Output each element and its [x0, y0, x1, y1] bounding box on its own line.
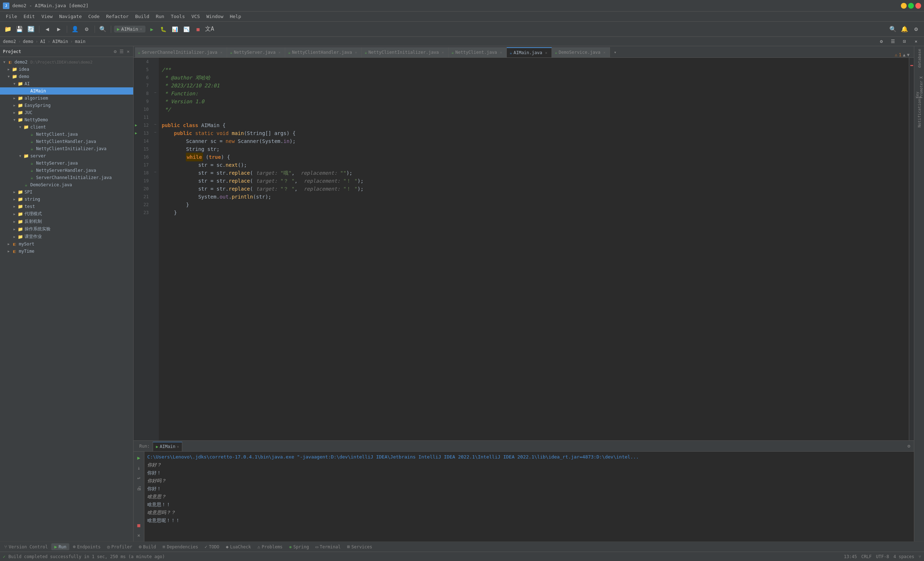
tree-item-reflection[interactable]: ▶ 📁 反射机制 — [0, 218, 133, 225]
breadcrumb-main[interactable]: main — [75, 39, 86, 44]
btm-problems[interactable]: ⚠ Problems — [255, 543, 285, 550]
translate-btn[interactable]: 文A — [205, 24, 215, 34]
debug-button[interactable]: 🐛 — [159, 24, 168, 34]
menu-window[interactable]: Window — [204, 13, 226, 20]
btm-profiler[interactable]: ◎ Profiler — [104, 543, 135, 550]
tree-item-demo[interactable]: ▼ 📁 demo — [0, 73, 133, 80]
tab-close-nettyclient[interactable]: × — [498, 50, 504, 55]
toolbar-settings-btn[interactable]: ⚙ — [82, 24, 92, 34]
tab-close-nettyclienthandler[interactable]: × — [353, 50, 358, 55]
toolbar-sync-btn[interactable]: 🔄 — [26, 24, 36, 34]
tab-serverchannelini[interactable]: ☕ ServerChannelInitializer.java × — [135, 47, 227, 57]
tree-item-client[interactable]: ▼ 📁 client — [0, 123, 133, 130]
menu-vcs[interactable]: VCS — [188, 13, 202, 20]
run-scroll-end-btn[interactable]: ↓ — [134, 463, 144, 472]
breadcrumb-ai[interactable]: AI — [40, 39, 45, 44]
bottom-settings-icon[interactable]: ⚙ — [907, 442, 911, 450]
tree-item-nettyclientinitializer[interactable]: ☕ NettyClientInitializer.java — [0, 145, 133, 152]
run-console[interactable]: C:\Users\Lenovo\.jdks\corretto-17.0.4.1\… — [144, 452, 914, 542]
tab-aimain[interactable]: ☕ AIMain.java × — [507, 47, 552, 57]
btm-spring[interactable]: ❋ Spring — [286, 543, 312, 550]
fold-icon-main[interactable]: − — [152, 129, 158, 135]
menu-help[interactable]: Help — [227, 13, 244, 20]
menu-view[interactable]: View — [39, 13, 56, 20]
tree-item-nettyserver[interactable]: ☕ NettyServer.java — [0, 160, 133, 167]
tree-item-mytime[interactable]: ▶ ◧ myTime — [0, 248, 133, 255]
editor-layout-btn[interactable]: ☰ — [888, 36, 898, 46]
btm-build[interactable]: ⚙ Build — [136, 543, 159, 550]
tree-item-demo2[interactable]: ▼ ◧ demo2 D:\Project\IDEA\demo\demo2 — [0, 58, 133, 66]
btm-terminal[interactable]: ▭ Terminal — [313, 543, 344, 550]
run-stop-btn[interactable]: ■ — [134, 520, 144, 530]
coverage-button[interactable]: 📊 — [170, 24, 180, 34]
fold-icon-javadoc[interactable]: − — [152, 90, 158, 95]
tab-demoservice[interactable]: ☕ DemoService.java × — [552, 47, 610, 57]
tree-item-nettyclient[interactable]: ☕ NettyClient.java — [0, 130, 133, 138]
notifications-btn[interactable]: 🔔 — [900, 24, 910, 34]
run-button[interactable]: ▶ — [147, 24, 157, 34]
menu-tools[interactable]: Tools — [168, 13, 188, 20]
toolbar-user-btn[interactable]: 👤 — [70, 24, 80, 34]
right-panel-database[interactable]: database — [915, 48, 924, 69]
tree-item-algorisem[interactable]: ▶ 📁 algorisem — [0, 94, 133, 102]
tree-item-classwork[interactable]: ▶ 📁 课堂作业 — [0, 233, 133, 240]
tab-nettyclienthandler[interactable]: ☕ NettyClientHandler.java × — [285, 47, 362, 57]
profile-button[interactable]: 📉 — [182, 24, 192, 34]
stop-button[interactable]: ■ — [193, 24, 203, 34]
menu-file[interactable]: File — [3, 13, 20, 20]
run-rerun-btn[interactable]: ▶ — [134, 453, 144, 462]
tab-close-nettyserver[interactable]: × — [277, 50, 282, 55]
tree-item-server[interactable]: ▼ 📁 server — [0, 152, 133, 160]
tree-item-nettyserverhandler[interactable]: ☕ NettyServerHandler.java — [0, 167, 133, 174]
breadcrumb-demo2[interactable]: demo2 — [3, 39, 16, 44]
tree-item-aimain[interactable]: ☕ AIMain — [0, 87, 133, 94]
project-close-icon[interactable]: × — [126, 48, 130, 55]
status-indent[interactable]: 4 spaces — [893, 554, 914, 559]
run-config[interactable]: ▶ AIMain ▾ — [114, 26, 146, 33]
tree-item-ai[interactable]: ▼ 📁 AI — [0, 80, 133, 87]
right-panel-notifications[interactable]: Notifications — [915, 101, 924, 123]
editor-split-btn[interactable]: ⊡ — [900, 36, 910, 46]
code-editor[interactable]: /** * @author 邓哈哈 * 2023/12/10 22:01 * F… — [159, 58, 909, 440]
toolbar-back-btn[interactable]: ◀ — [42, 24, 52, 34]
breadcrumb-demo[interactable]: demo — [23, 39, 33, 44]
tree-item-idea[interactable]: ▶ 📁 idea — [0, 66, 133, 73]
toolbar-save-btn[interactable]: 💾 — [14, 24, 24, 34]
tab-nettyserver[interactable]: ☕ NettyServer.java × — [227, 47, 285, 57]
run-tab-close[interactable]: × — [177, 445, 179, 449]
tree-item-juc[interactable]: ▶ 📁 JUC — [0, 109, 133, 116]
tree-item-mysort[interactable]: ▶ ◧ mySort — [0, 240, 133, 248]
tree-item-string[interactable]: ▶ 📁 string — [0, 196, 133, 203]
tree-item-nettyclienthandler[interactable]: ☕ NettyClientHandler.java — [0, 138, 133, 145]
menu-navigate[interactable]: Navigate — [56, 13, 85, 20]
tab-close-serverchannelini[interactable]: × — [219, 50, 224, 55]
tab-close-aimain[interactable]: × — [544, 50, 549, 55]
btm-services[interactable]: ⊞ Services — [344, 543, 375, 550]
menu-code[interactable]: Code — [86, 13, 102, 20]
toolbar-forward-btn[interactable]: ▶ — [54, 24, 64, 34]
toolbar-project-btn[interactable]: 📁 — [3, 24, 13, 34]
tree-item-serverchannelini[interactable]: ☕ ServerChannelInitializer.java — [0, 174, 133, 181]
tab-nettyclient[interactable]: ☕ NettyClient.java × — [448, 47, 507, 57]
tree-item-easyspring[interactable]: ▶ 📁 EasySpring — [0, 102, 133, 109]
editor-close-btn[interactable]: × — [911, 36, 921, 46]
btm-endpoints[interactable]: ⊕ Endpoints — [70, 543, 104, 550]
close-button[interactable] — [915, 3, 921, 9]
run-tab-aimain[interactable]: ▶ AIMain × — [153, 442, 182, 451]
status-line-sep[interactable]: CRLF — [861, 554, 872, 559]
toolbar-find-btn[interactable]: 🔍 — [98, 24, 108, 34]
tree-item-nettydemo[interactable]: ▼ 📁 NettyDemo — [0, 116, 133, 123]
menu-refactor[interactable]: Refactor — [103, 13, 132, 20]
menu-build[interactable]: Build — [132, 13, 152, 20]
menu-edit[interactable]: Edit — [21, 13, 38, 20]
project-collapse-icon[interactable]: ☰ — [119, 48, 124, 55]
tab-close-demoservice[interactable]: × — [602, 50, 607, 55]
window-controls[interactable] — [901, 3, 921, 9]
nav-up-btn[interactable]: ▲ — [903, 52, 906, 57]
right-panel-key-promoter[interactable]: Key Promoter X — [915, 71, 924, 100]
settings-gear-btn[interactable]: ⚙ — [911, 24, 921, 34]
fold-icon-while[interactable]: − — [152, 169, 158, 175]
tree-item-demoservice[interactable]: ☕ DemoService.java — [0, 181, 133, 189]
tab-more-button[interactable]: ▾ — [610, 47, 620, 57]
search-everywhere-btn[interactable]: 🔍 — [888, 24, 898, 34]
